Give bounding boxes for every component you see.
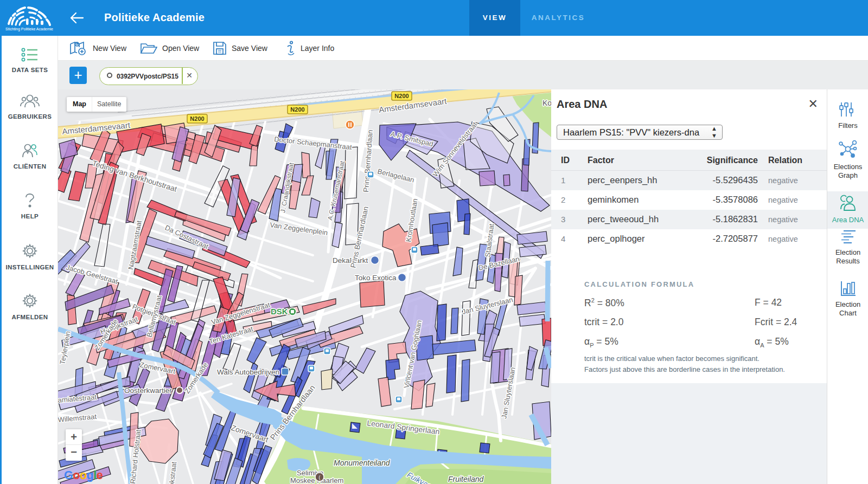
svg-text:DSK: DSK — [271, 307, 288, 316]
svg-text:Toko Exotica: Toko Exotica — [355, 274, 397, 282]
svg-text:N200: N200 — [190, 115, 204, 122]
svg-text:N200: N200 — [290, 106, 304, 113]
svg-text:Ko: Ko — [542, 99, 551, 107]
svg-text:Fruiteiland: Fruiteiland — [448, 475, 484, 483]
svg-text:Stichting Politieke Academie: Stichting Politieke Academie — [5, 27, 53, 31]
svg-text:(: ( — [319, 475, 321, 480]
svg-text:N200: N200 — [394, 93, 409, 99]
svg-text:Oosterkwartier: Oosterkwartier — [124, 386, 172, 395]
svg-text:Monumenteiland: Monumenteiland — [334, 459, 391, 467]
svg-text:Wals Autobedrijven: Wals Autobedrijven — [217, 368, 279, 376]
